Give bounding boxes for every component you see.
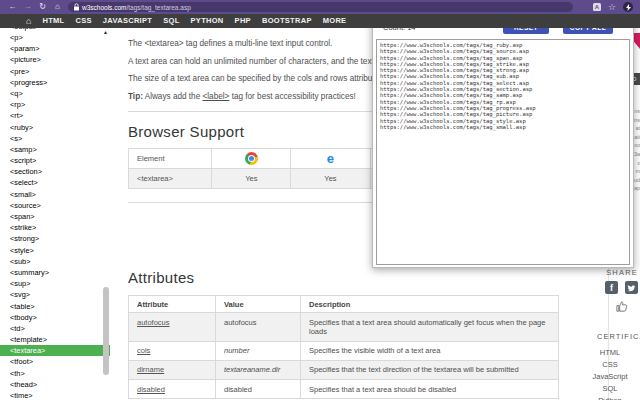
tip-label: Tip: [128,92,143,101]
browser-toolbar: ← → ↻ ⌂ w3schools.com/tags/tag_textarea.… [0,0,640,14]
sidebar-item[interactable]: <thead> [0,379,110,390]
sidebar-item[interactable]: <tfoot> [0,356,110,367]
back-icon[interactable]: ← [5,0,20,14]
nav-item[interactable]: JAVASCRIPT [103,14,152,28]
sidebar-item[interactable]: <rp> [0,99,110,110]
table-row: cols number Specifies the visible width … [129,341,559,360]
attribute-link[interactable]: dirname [137,365,164,374]
sidebar-item[interactable]: <strong> [0,233,110,244]
url-domain: w3schools.com [82,4,126,11]
sidebar-item[interactable]: <pre> [0,66,110,77]
nav-item[interactable]: CSS [75,14,91,28]
sidebar-item[interactable]: <style> [0,245,110,256]
certificates-list: HTMLCSSJavaScriptSQLPython [585,347,635,400]
translate-icon[interactable]: A [593,3,601,11]
support-cell: Yes [212,169,291,189]
certificate-link[interactable]: CSS [585,359,635,371]
element-header: Element [129,149,212,169]
sidebar-item[interactable]: <td> [0,323,110,334]
label-tag-link[interactable]: <label> [202,92,229,101]
table-row: autofocus autofocus Specifies that a tex… [129,313,559,341]
sidebar-item[interactable]: <svg> [0,289,110,300]
sidebar-item[interactable]: <ruby> [0,122,110,133]
sidebar-item[interactable]: <table> [0,301,110,312]
sidebar-item[interactable]: <span> [0,211,110,222]
certificate-link[interactable]: HTML [585,347,635,359]
sidebar-item[interactable]: <source> [0,200,110,211]
sidebar-items-after: <tfoot><th><thead><time> [0,356,110,400]
sidebar-item-textarea-selected[interactable]: <textarea> [0,345,110,356]
sidebar-item[interactable]: <select> [0,177,110,188]
attribute-link[interactable]: cols [137,346,150,355]
attribute-value: textareaname.dir [216,360,301,379]
certificates-heading: CERTIFICATES [597,332,640,341]
thumbs-up-icon[interactable] [615,299,630,318]
nav-items: HTMLCSSJAVASCRIPTSQLPYTHONPHPBOOTSTRAPMO… [42,14,346,28]
sidebar-item[interactable]: <sub> [0,256,110,267]
sidebar-item[interactable]: <summary> [0,267,110,278]
value-col-header: Value [216,296,301,313]
share-label: SHARE [606,268,638,277]
social-icons: f [605,281,638,294]
nav-item[interactable]: PYTHON [191,14,224,28]
nav-item[interactable]: HTML [42,14,64,28]
sidebar-item[interactable]: <s> [0,133,110,144]
sidebar-item[interactable]: <samp> [0,144,110,155]
certificate-link[interactable]: Python [585,395,635,400]
attribute-description: Specifies that a text area should automa… [301,313,559,341]
nav-home-icon[interactable]: ⌂ [26,14,31,28]
sidebar-item[interactable]: <p> [0,32,110,43]
sidebar-item[interactable]: <param> [0,43,110,54]
bookmark-star-icon[interactable]: ☆ [608,2,616,12]
sidebar-item[interactable]: <th> [0,368,110,379]
tip-suffix: tag for best accessibility practices! [229,92,356,101]
chrome-icon [245,152,258,165]
url-list-item: https://www.w3schools.com/tags/tag_small… [380,124,626,130]
address-bar[interactable]: w3schools.com/tags/tag_textarea.asp [68,2,573,12]
twitter-icon[interactable] [625,281,638,294]
facebook-icon[interactable]: f [605,281,618,294]
nav-item[interactable]: BOOTSTRAP [262,14,312,28]
lock-icon [74,3,79,11]
toolbar-right-icons: A ☆ [593,2,640,12]
sidebar-scrollbar-thumb[interactable] [103,287,109,375]
attribute-link[interactable]: disabled [137,385,165,394]
sidebar-item[interactable]: <tbody> [0,312,110,323]
attribute-value: autofocus [216,313,301,341]
attribute-description: Specifies the visible width of a text ar… [301,341,559,360]
sidebar-item[interactable]: <strike> [0,222,110,233]
certificate-link[interactable]: JavaScript [585,371,635,383]
sidebar-item[interactable]: <sup> [0,278,110,289]
attribute-description: Specifies that a text area should be dis… [301,380,559,399]
support-cell: Yes [291,169,370,189]
attributes-header-row: Attribute Value Description [129,296,559,313]
sidebar-item[interactable]: <rt> [0,110,110,121]
certificate-link[interactable]: SQL [585,383,635,395]
sidebar-item[interactable]: <q> [0,88,110,99]
tip-text: Always add the [143,92,203,101]
attributes-table: Attribute Value Description autofocus au… [128,295,559,399]
sidebar-item[interactable]: <time> [0,390,110,400]
nav-item[interactable]: MORE [323,14,347,28]
sidebar-item[interactable]: <template> [0,334,110,345]
extension-icon[interactable] [623,2,633,12]
url-list-box[interactable]: https://www.w3schools.com/tags/tag_ruby.… [376,39,630,265]
browser-home-icon[interactable]: ⌂ [50,0,65,14]
attribute-value: number [216,341,301,360]
bolt-glyph [626,4,631,11]
sidebar-item[interactable]: <picture> [0,54,110,65]
sidebar-item[interactable]: <progress> [0,77,110,88]
sidebar-scroll-up-arrow[interactable]: ▲ [103,30,108,35]
edge-icon: e [327,152,334,165]
nav-item[interactable]: PHP [235,14,251,28]
sidebar-item[interactable]: <small> [0,189,110,200]
nav-item[interactable]: SQL [163,14,179,28]
sidebar-item[interactable]: <section> [0,166,110,177]
twitter-bird-glyph [627,284,636,292]
forward-icon[interactable]: → [20,0,35,14]
element-cell: <textarea> [129,169,212,189]
sidebar-item[interactable]: <script> [0,155,110,166]
attribute-link[interactable]: autofocus [137,318,170,327]
reload-icon[interactable]: ↻ [35,0,50,14]
table-row: dirname textareaname.dir Specifies that … [129,360,559,379]
